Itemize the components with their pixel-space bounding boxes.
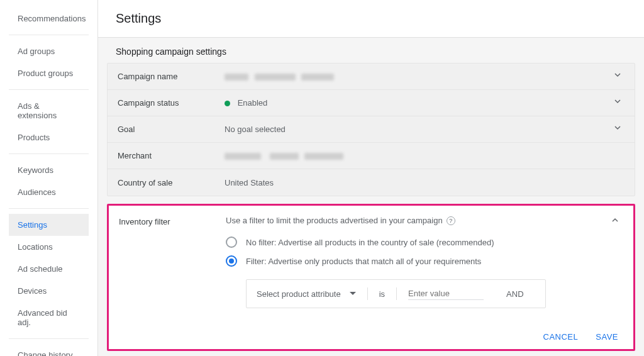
status-dot-icon [225, 101, 230, 106]
dropdown-caret-icon[interactable] [350, 292, 356, 296]
row-value-redacted [225, 151, 609, 160]
row-goal[interactable]: Goal No goal selected [108, 116, 635, 143]
radio-label: No filter: Advertise all products in the… [246, 238, 494, 247]
row-merchant: Merchant [108, 143, 635, 169]
row-value: United States [225, 178, 609, 187]
sidebar-item-ad-groups[interactable]: Ad groups [9, 40, 89, 62]
sidebar-item-audiences[interactable]: Audiences [9, 181, 89, 203]
radio-filter[interactable] [226, 255, 237, 267]
expand-icon[interactable] [609, 125, 625, 134]
sidebar-item-product-groups[interactable]: Product groups [9, 62, 89, 84]
sidebar-item-settings[interactable]: Settings [9, 214, 89, 236]
expand-icon[interactable] [609, 72, 625, 81]
and-button[interactable]: AND [495, 287, 535, 300]
collapse-icon[interactable] [608, 216, 623, 312]
row-campaign-name[interactable]: Campaign name [108, 64, 635, 90]
radio-no-filter[interactable] [226, 236, 237, 248]
sidebar-item-ads-extensions[interactable]: Ads & extensions [9, 95, 89, 126]
cancel-button[interactable]: CANCEL [543, 332, 579, 342]
section-heading: Shopping campaign settings [107, 38, 635, 63]
row-value-redacted [225, 72, 609, 81]
main-content: Settings Shopping campaign settings Camp… [98, 0, 644, 356]
row-label: Campaign status [118, 98, 225, 108]
sidebar-item-ad-schedule[interactable]: Ad schedule [9, 258, 89, 280]
status-text: Enabled [238, 98, 268, 108]
attribute-dropdown[interactable]: Select product attribute [257, 289, 341, 299]
inventory-filter-panel: Inventory filter Use a filter to limit t… [107, 204, 635, 351]
sidebar-item-products[interactable]: Products [9, 126, 89, 148]
help-icon[interactable]: ? [447, 216, 455, 225]
campaign-settings-card: Campaign name Campaign status Enabled [107, 63, 635, 196]
expand-icon[interactable] [609, 98, 625, 108]
row-label: Country of sale [118, 178, 225, 187]
sidebar-item-locations[interactable]: Locations [9, 236, 89, 258]
left-sidebar: Recommendations Ad groups Product groups… [0, 0, 98, 356]
radio-label: Filter: Advertise only products that mat… [246, 257, 481, 266]
row-value: Enabled [225, 98, 609, 108]
sidebar-item-recommendations[interactable]: Recommendations [9, 8, 89, 30]
row-campaign-status[interactable]: Campaign status Enabled [108, 90, 635, 116]
value-input[interactable] [408, 287, 484, 300]
panel-heading: Inventory filter [119, 216, 226, 312]
sidebar-item-devices[interactable]: Devices [9, 280, 89, 302]
sidebar-item-advanced-bid-adj[interactable]: Advanced bid adj. [9, 302, 89, 333]
page-title: Settings [98, 0, 644, 37]
row-label: Merchant [118, 151, 225, 160]
filter-condition-row: Select product attribute is AND [246, 279, 546, 308]
row-value: No goal selected [225, 125, 609, 134]
row-label: Goal [118, 125, 225, 134]
save-button[interactable]: SAVE [596, 332, 618, 342]
row-label: Campaign name [118, 72, 225, 81]
row-country-of-sale: Country of sale United States [108, 169, 635, 196]
sidebar-item-change-history[interactable]: Change history [9, 344, 89, 356]
operator-label: is [367, 287, 397, 300]
sidebar-item-keywords[interactable]: Keywords [9, 159, 89, 181]
panel-help-text: Use a filter to limit the products adver… [226, 216, 443, 225]
